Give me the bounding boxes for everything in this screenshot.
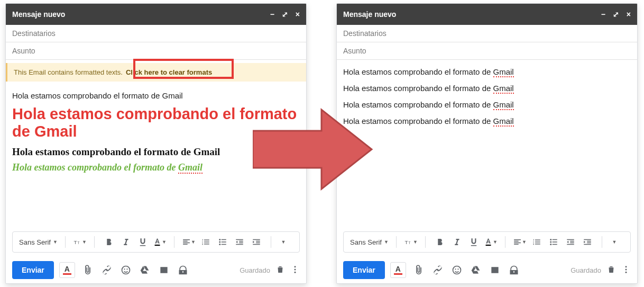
image-icon[interactable] — [158, 264, 170, 276]
image-icon[interactable] — [489, 264, 501, 276]
confidential-icon[interactable] — [177, 264, 189, 276]
window-controls: − ⤢ × — [601, 10, 631, 19]
svg-point-6 — [122, 266, 130, 274]
bulleted-list-icon[interactable] — [547, 235, 560, 249]
compose-window-left: Mensaje nuevo − ⤢ × Destinatarios Asunto… — [5, 3, 307, 284]
send-button[interactable]: Enviar — [12, 261, 54, 279]
titlebar: Mensaje nuevo − ⤢ × — [337, 4, 637, 25]
subject-field[interactable]: Asunto — [337, 42, 637, 60]
svg-point-10 — [295, 268, 296, 270]
bottom-toolbar: Enviar A Guardado — [6, 257, 306, 283]
body-line-script-green: Hola estamos comprobando el formato de G… — [12, 162, 300, 173]
body-line-plain: Hola estamos comprobando el formato de G… — [12, 91, 300, 100]
svg-point-21 — [625, 266, 627, 267]
svg-point-19 — [455, 268, 456, 270]
svg-point-7 — [124, 268, 125, 270]
expand-icon[interactable]: ⤢ — [282, 10, 288, 19]
align-icon[interactable]: ▼ — [513, 235, 527, 249]
indent-less-icon[interactable] — [233, 235, 246, 249]
italic-icon[interactable] — [450, 235, 464, 249]
delete-icon[interactable] — [606, 265, 616, 276]
more-formatting-icon[interactable]: ▼ — [277, 235, 290, 249]
bold-icon[interactable] — [433, 235, 447, 249]
saved-label: Guardado — [571, 266, 601, 274]
font-size-icon[interactable]: TT▼ — [73, 235, 87, 249]
svg-text:T: T — [77, 241, 79, 245]
svg-text:T: T — [404, 239, 408, 245]
emoji-icon[interactable] — [119, 264, 132, 276]
send-button[interactable]: Enviar — [343, 261, 385, 279]
svg-point-8 — [126, 268, 127, 270]
drive-icon[interactable] — [139, 264, 151, 276]
message-body[interactable]: Hola estamos comprobando el formato de G… — [6, 85, 306, 231]
italic-icon[interactable] — [119, 235, 133, 249]
text-color-icon[interactable]: ▼ — [153, 235, 167, 249]
font-picker[interactable]: Sans Serif ▼ — [350, 238, 389, 246]
delete-icon[interactable] — [275, 265, 285, 276]
expand-icon[interactable]: ⤢ — [613, 10, 619, 19]
more-menu-icon[interactable] — [290, 265, 300, 276]
recipients-field[interactable]: Destinatarios — [6, 25, 306, 42]
body-line-red-large: Hola estamos comprobando el formato de G… — [12, 105, 300, 141]
svg-point-22 — [625, 268, 627, 270]
message-body[interactable]: Hola estamos comprobando el formato de G… — [337, 60, 637, 231]
format-toolbar: Sans Serif ▼ TT▼ ▼ ▼ ▼ — [343, 231, 631, 253]
underline-icon[interactable] — [136, 235, 150, 249]
drive-icon[interactable] — [470, 264, 482, 276]
svg-point-4 — [219, 241, 220, 243]
link-icon[interactable] — [100, 264, 113, 276]
body-line: Hola estamos comprobando el formato de G… — [343, 100, 631, 109]
bulleted-list-icon[interactable] — [216, 235, 229, 249]
svg-point-9 — [295, 266, 296, 267]
link-icon[interactable] — [431, 264, 444, 276]
indent-less-icon[interactable] — [564, 235, 577, 249]
close-icon[interactable]: × — [296, 10, 300, 19]
svg-point-5 — [219, 244, 220, 245]
underline-icon[interactable] — [467, 235, 481, 249]
more-formatting-icon[interactable]: ▼ — [608, 235, 621, 249]
align-icon[interactable]: ▼ — [182, 235, 196, 249]
svg-point-16 — [550, 241, 551, 243]
minimize-icon[interactable]: − — [601, 10, 605, 19]
attach-icon[interactable] — [412, 264, 425, 276]
window-title: Mensaje nuevo — [12, 10, 270, 19]
svg-point-17 — [550, 244, 551, 245]
formatting-toggle-icon[interactable]: A — [59, 262, 75, 278]
numbered-list-icon[interactable] — [530, 235, 544, 249]
compose-window-right: Mensaje nuevo − ⤢ × Destinatarios Asunto… — [336, 3, 638, 284]
svg-point-15 — [550, 239, 551, 240]
svg-point-20 — [457, 268, 458, 270]
svg-point-3 — [219, 239, 220, 240]
body-line: Hola estamos comprobando el formato de G… — [343, 116, 631, 125]
svg-point-23 — [625, 271, 627, 273]
more-menu-icon[interactable] — [621, 265, 631, 276]
svg-text:T: T — [408, 241, 410, 245]
numbered-list-icon[interactable] — [199, 235, 213, 249]
indent-more-icon[interactable] — [581, 235, 594, 249]
svg-point-11 — [295, 271, 296, 273]
indent-more-icon[interactable] — [250, 235, 263, 249]
attach-icon[interactable] — [81, 264, 94, 276]
font-size-icon[interactable]: TT▼ — [404, 235, 418, 249]
clear-formats-link[interactable]: Click here to clear formats — [126, 68, 212, 76]
svg-point-18 — [453, 266, 461, 274]
emoji-icon[interactable] — [450, 264, 463, 276]
formatting-toggle-icon[interactable]: A — [390, 262, 406, 278]
minimize-icon[interactable]: − — [270, 10, 274, 19]
svg-text:T: T — [73, 239, 77, 245]
format-toolbar: Sans Serif ▼ TT▼ ▼ ▼ ▼ — [12, 231, 300, 253]
bold-icon[interactable] — [102, 235, 116, 249]
close-icon[interactable]: × — [627, 10, 631, 19]
bottom-toolbar: Enviar A Guardado — [337, 257, 637, 283]
format-warning-banner: This Email contains formatted texts. Cli… — [6, 63, 306, 82]
font-picker[interactable]: Sans Serif ▼ — [19, 238, 58, 246]
subject-field[interactable]: Asunto — [6, 42, 306, 60]
window-title: Mensaje nuevo — [343, 10, 601, 19]
body-line: Hola estamos comprobando el formato de G… — [343, 67, 631, 76]
confidential-icon[interactable] — [508, 264, 520, 276]
recipients-field[interactable]: Destinatarios — [337, 25, 637, 42]
body-line-serif-bold: Hola estamos comprobando el formato de G… — [12, 146, 300, 158]
window-controls: − ⤢ × — [270, 10, 300, 19]
svg-rect-2 — [154, 245, 160, 246]
text-color-icon[interactable]: ▼ — [484, 235, 498, 249]
